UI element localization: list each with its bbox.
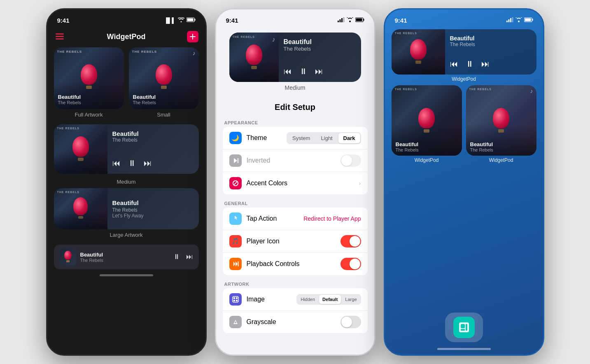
preview-pause[interactable]: ⏸ <box>299 67 308 76</box>
svg-rect-27 <box>510 18 511 22</box>
bs1-art-label: THE REBELS <box>395 88 417 91</box>
svg-rect-5 <box>56 38 64 40</box>
widget-small[interactable]: THE REBELS ♪ Beautiful The Rebels <box>129 47 199 119</box>
preview-next[interactable]: ⏭ <box>315 67 323 76</box>
player-icon-row[interactable]: 🎵 Player Icon <box>223 230 368 253</box>
signal-icon-1: ▐▌▌ <box>164 17 176 23</box>
player-icon-label: Player Icon <box>247 238 340 245</box>
theme-row[interactable]: 🌙 Theme System Light Dark <box>223 127 368 149</box>
widget2-title: Beautiful <box>133 94 156 100</box>
status-bar-2: 9:41 <box>216 9 374 28</box>
svg-rect-26 <box>508 19 509 22</box>
svg-rect-4 <box>56 36 64 37</box>
tap-action-row[interactable]: Tap Action Redirect to Player App <box>223 208 368 230</box>
accent-colors-row[interactable]: Accent Colors › <box>223 172 368 194</box>
phone-blue: 9:41 <box>384 8 544 356</box>
bs2-note: ♪ <box>530 88 533 94</box>
svg-rect-7 <box>190 36 196 37</box>
svg-rect-22 <box>236 297 238 299</box>
theme-light[interactable]: Light <box>316 133 337 143</box>
phone3-content: THE REBELS Beautiful The Rebels ⏮ ⏸ <box>385 28 543 356</box>
svg-rect-24 <box>236 300 238 301</box>
preview-widget[interactable]: THE REBELS ♪ Beautiful The Rebels ⏮ <box>229 33 361 82</box>
large-widget-1[interactable]: THE REBELS Beautiful The Rebels Let's Fl… <box>47 188 205 240</box>
status-time-2: 9:41 <box>226 17 238 24</box>
home-indicator-1 <box>47 269 205 281</box>
blue-medium-widget[interactable]: THE REBELS Beautiful The Rebels ⏮ ⏸ <box>392 29 536 82</box>
blue-pause[interactable]: ⏸ <box>466 59 474 69</box>
image-large[interactable]: Large <box>342 295 360 304</box>
svg-rect-16 <box>238 158 238 163</box>
playback-controls-toggle[interactable] <box>340 258 361 270</box>
svg-marker-17 <box>233 261 235 266</box>
mini-next-1[interactable]: ⏭ <box>186 253 193 261</box>
preview-prev[interactable]: ⏮ <box>284 67 292 76</box>
theme-segmented[interactable]: System Light Dark <box>287 132 361 144</box>
pause-button-1[interactable]: ⏸ <box>128 159 136 168</box>
wifi-icon-3 <box>515 17 522 23</box>
preview-art-label: THE REBELS <box>233 35 255 38</box>
app-title-1: WidgetPod <box>107 33 146 41</box>
inverted-icon <box>229 154 242 167</box>
add-button-1[interactable] <box>187 31 198 42</box>
signal-icon-3 <box>506 17 513 23</box>
prev-button-1[interactable]: ⏮ <box>112 159 121 168</box>
widget2-label: Small <box>129 112 199 119</box>
svg-rect-31 <box>525 18 531 21</box>
grayscale-label: Grayscale <box>247 318 340 326</box>
tap-action-icon <box>229 212 242 225</box>
medium-widget-1[interactable]: THE REBELS Beautiful The Rebels ⏮ ⏸ ⏭ <box>47 124 205 187</box>
bs1-subtitle: The Rebels <box>396 147 419 152</box>
svg-rect-9 <box>339 19 340 22</box>
playback-icon <box>229 258 242 270</box>
next-button-1[interactable]: ⏭ <box>144 159 152 168</box>
grayscale-row[interactable]: Grayscale <box>223 311 368 333</box>
player-icon-toggle[interactable] <box>340 235 361 247</box>
blue-small-widget-2[interactable]: THE REBELS ♪ Beautiful The Rebels Wid <box>466 85 536 163</box>
wifi-icon-1 <box>178 17 184 23</box>
svg-rect-33 <box>461 324 465 328</box>
svg-rect-34 <box>461 329 465 331</box>
settings-container[interactable]: APPEARANCE 🌙 Theme System Light Dark <box>216 117 374 356</box>
svg-marker-18 <box>236 261 238 266</box>
grayscale-toggle[interactable] <box>340 316 361 328</box>
inverted-label: Inverted <box>247 157 340 164</box>
preview-controls: ⏮ ⏸ ⏭ <box>284 67 356 76</box>
home-bar-1 <box>100 274 153 276</box>
mini-pause-1[interactable]: ⏸ <box>173 253 180 261</box>
bs2-art-label: THE REBELS <box>469 88 492 91</box>
status-icons-3 <box>506 17 533 23</box>
dock-icon[interactable] <box>453 317 475 338</box>
phone-dark: 9:41 ▐▌▌ Wi <box>46 8 207 356</box>
inverted-toggle[interactable] <box>340 154 361 167</box>
svg-rect-3 <box>56 33 64 35</box>
theme-icon: 🌙 <box>229 132 242 144</box>
image-row[interactable]: Image Hidden Default Large <box>223 288 368 311</box>
image-hidden[interactable]: Hidden <box>297 295 318 304</box>
battery-icon-1 <box>187 17 196 23</box>
menu-icon[interactable] <box>54 31 65 42</box>
wifi-icon-2 <box>347 17 353 23</box>
tap-action-label: Tap Action <box>247 215 304 222</box>
inverted-row[interactable]: Inverted <box>223 149 368 172</box>
widget1-title: Beautiful <box>58 94 81 100</box>
blue-small-grid: THE REBELS Beautiful The Rebels WidgetPo… <box>385 85 543 163</box>
status-icons-1: ▐▌▌ <box>164 17 196 23</box>
theme-system[interactable]: System <box>287 133 315 143</box>
image-segmented[interactable]: Hidden Default Large <box>296 294 361 305</box>
blue-next[interactable]: ⏭ <box>481 59 490 69</box>
theme-dark[interactable]: Dark <box>338 133 360 143</box>
blue-medium-title: Beautiful <box>450 35 532 42</box>
mini-info-1: Beautiful The Rebels <box>80 252 169 263</box>
large-label-1: Large Artwork <box>47 232 205 240</box>
dock <box>445 313 483 342</box>
image-default[interactable]: Default <box>319 295 341 304</box>
playback-controls-row[interactable]: Playback Controls <box>223 253 368 275</box>
blue-prev[interactable]: ⏮ <box>450 59 458 69</box>
svg-rect-35 <box>466 324 467 331</box>
mini-player-1[interactable]: Beautiful The Rebels ⏸ ⏭ <box>54 245 199 269</box>
blue-small-widget-1[interactable]: THE REBELS Beautiful The Rebels WidgetPo… <box>392 85 462 163</box>
status-icons-2 <box>338 17 364 23</box>
bs1-title: Beautiful <box>396 141 419 147</box>
widget-full-artwork[interactable]: THE REBELS Beautiful The Rebels Full Art… <box>54 47 124 119</box>
